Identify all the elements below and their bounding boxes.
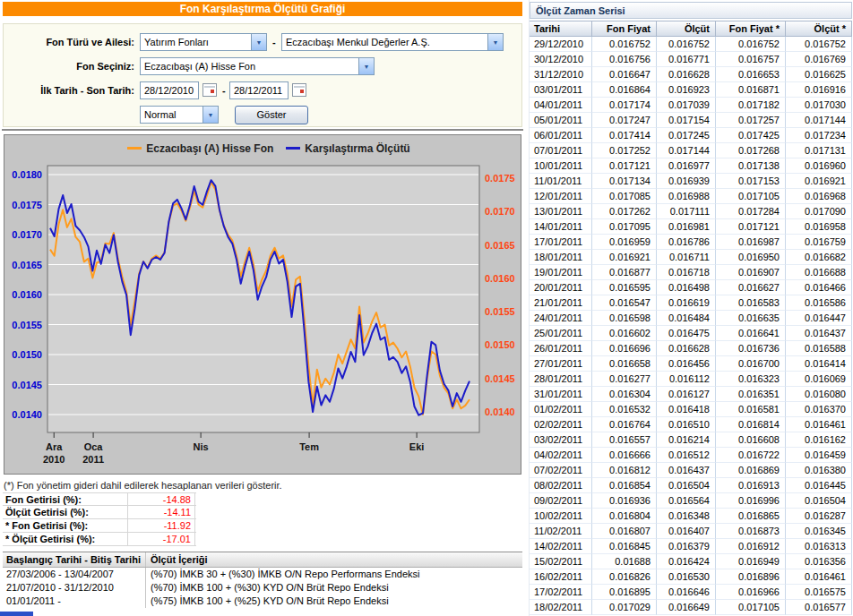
right-axis-tick: 0.0165 bbox=[485, 240, 515, 251]
return-value: -14.11 bbox=[128, 506, 195, 518]
table-cell: 0.017182 bbox=[716, 98, 786, 113]
table-row: 26/01/20110.0166960.0166280.0167360.0165… bbox=[530, 341, 852, 356]
left-axis-tick: 0.0140 bbox=[12, 409, 42, 420]
table-cell: 08/02/2011 bbox=[530, 478, 592, 493]
table-cell: 0.017257 bbox=[716, 113, 786, 128]
chevron-down-icon[interactable]: ▼ bbox=[202, 107, 218, 123]
fund-family-select[interactable]: Eczacıbaşı Menkul Değerler A.Ş. ▼ bbox=[281, 33, 504, 51]
right-axis-tick: 0.0160 bbox=[485, 273, 515, 284]
table-cell: 12/01/2011 bbox=[530, 189, 592, 204]
column-header-tarihi: Tarihi bbox=[530, 21, 592, 36]
table-cell: 14/01/2011 bbox=[530, 219, 592, 235]
table-cell: 26/01/2011 bbox=[530, 341, 592, 356]
benchmark-row-content: (%70) İMKB 30 + (%30) İMKB O/N Repo Perf… bbox=[146, 568, 522, 581]
table-row: 28/01/20110.0162770.0161120.0163230.0160… bbox=[530, 372, 852, 387]
table-cell: 05/01/2011 bbox=[530, 113, 592, 128]
table-cell: 0.016530 bbox=[657, 569, 716, 585]
table-cell: 25/01/2011 bbox=[530, 326, 592, 341]
table-cell: 27/01/2011 bbox=[530, 356, 592, 372]
fund-type-select[interactable]: Yatırım Fonları ▼ bbox=[140, 33, 267, 51]
table-cell: 0.016812 bbox=[592, 463, 657, 478]
column-header-olcut: Ölçüt bbox=[657, 21, 716, 36]
table-cell: 0.016069 bbox=[786, 372, 852, 387]
table-cell: 0.016379 bbox=[657, 539, 716, 554]
chevron-down-icon[interactable]: ▼ bbox=[251, 34, 266, 50]
table-cell: 0.016921 bbox=[786, 174, 852, 189]
table-cell: 03/02/2011 bbox=[530, 432, 592, 448]
end-date-input[interactable] bbox=[229, 81, 289, 99]
table-cell: 0.016771 bbox=[657, 52, 716, 67]
table-cell: 0.016907 bbox=[716, 265, 786, 280]
table-cell: 0.016895 bbox=[592, 585, 657, 600]
table-cell: 0.016959 bbox=[592, 235, 657, 250]
right-axis-tick: 0.0145 bbox=[485, 373, 515, 384]
benchmark-row-dates: 21/07/2010 - 31/12/2010 bbox=[3, 581, 146, 595]
table-cell: 0.017085 bbox=[592, 189, 657, 204]
return-value: -17.01 bbox=[128, 533, 195, 545]
table-cell: 0.016619 bbox=[657, 295, 716, 311]
benchmark-row-dates: 01/01/2011 - bbox=[3, 595, 146, 608]
table-cell: 0.016080 bbox=[786, 387, 852, 402]
table-cell: 0.016586 bbox=[786, 295, 852, 311]
x-axis-tick: Eki bbox=[409, 441, 425, 452]
table-cell: 20/01/2011 bbox=[530, 280, 592, 295]
table-cell: 0.016700 bbox=[716, 356, 786, 372]
table-cell: 0.016966 bbox=[716, 585, 786, 600]
start-date-input[interactable] bbox=[140, 81, 199, 99]
table-row: 30/12/20100.0167560.0167710.0167570.0167… bbox=[530, 52, 852, 67]
table-cell: 0.016532 bbox=[592, 402, 657, 417]
table-cell: 0.017121 bbox=[716, 219, 786, 235]
table-cell: 0.016666 bbox=[592, 448, 657, 463]
table-cell: 0.017174 bbox=[592, 98, 657, 113]
table-row: 31/01/20110.0163040.0161270.0163510.0160… bbox=[530, 387, 852, 402]
right-axis-tick: 0.0150 bbox=[485, 339, 515, 350]
table-cell: 0.016759 bbox=[786, 235, 852, 250]
comparison-chart: 0.01800.01750.01700.01650.01600.01550.01… bbox=[4, 134, 521, 475]
table-cell: 0.016510 bbox=[657, 417, 716, 432]
table-cell: 0.017284 bbox=[716, 204, 786, 219]
chevron-down-icon[interactable]: ▼ bbox=[358, 58, 374, 74]
table-cell: 0.016977 bbox=[657, 158, 716, 174]
table-cell: 14/02/2011 bbox=[530, 539, 592, 554]
table-cell: 0.016960 bbox=[786, 158, 852, 174]
calendar-icon[interactable] bbox=[292, 83, 306, 97]
table-cell: 0.017414 bbox=[592, 128, 657, 143]
table-cell: 07/02/2011 bbox=[530, 463, 592, 478]
table-cell: 0.016871 bbox=[716, 82, 786, 98]
x-axis-tick: Oca bbox=[84, 441, 104, 452]
table-row: 20/01/20110.0165950.0164980.0166270.0164… bbox=[530, 280, 852, 295]
table-cell: 04/02/2011 bbox=[530, 448, 592, 463]
show-button[interactable]: Göster bbox=[235, 106, 308, 124]
chevron-down-icon[interactable]: ▼ bbox=[487, 34, 503, 50]
page-title: Fon Karşılaştırma Ölçütü Grafiği bbox=[3, 2, 522, 16]
table-cell: 0.016696 bbox=[592, 341, 657, 356]
table-cell: 0.016923 bbox=[657, 82, 716, 98]
table-cell: 0.016756 bbox=[592, 52, 657, 67]
table-cell: 0.016987 bbox=[716, 235, 786, 250]
table-row: 11/02/20110.0168070.0164070.0168730.0163… bbox=[530, 524, 852, 539]
benchmark-header-dates: Başlangıç Tarihi - Bitiş Tarihi bbox=[3, 552, 146, 567]
table-cell: 0.016564 bbox=[657, 493, 716, 509]
x-axis-tick-year: 2010 bbox=[43, 454, 65, 465]
return-label: * Ölçüt Getirisi (%): bbox=[3, 533, 128, 545]
fund-family-value: Eczacıbaşı Menkul Değerler A.Ş. bbox=[282, 37, 487, 47]
left-panel: Fon Karşılaştırma Ölçütü Grafiği Fon Tür… bbox=[0, 0, 525, 616]
column-header-olcut-star: Ölçüt * bbox=[786, 21, 852, 36]
table-cell: 0.017154 bbox=[657, 113, 716, 128]
time-series-title: Ölçüt Zaman Serisi bbox=[530, 2, 852, 19]
fund-select-label: Fon Seçiniz: bbox=[4, 57, 134, 75]
right-axis-tick: 0.0175 bbox=[485, 173, 515, 184]
left-axis-tick: 0.0155 bbox=[12, 320, 42, 330]
table-cell: 0.016437 bbox=[657, 463, 716, 478]
table-cell: 0.017144 bbox=[657, 143, 716, 158]
legend-dash-icon bbox=[286, 147, 300, 150]
fund-type-value: Yatırım Fonları bbox=[141, 37, 251, 47]
table-cell: 0.016625 bbox=[786, 67, 852, 82]
mode-select[interactable]: Normal ▼ bbox=[140, 106, 219, 124]
left-axis-tick: 0.0180 bbox=[12, 169, 42, 180]
table-cell: 0.016869 bbox=[716, 463, 786, 478]
table-cell: 0.016988 bbox=[657, 189, 716, 204]
fund-select[interactable]: Eczacıbaşı (A) Hisse Fon ▼ bbox=[140, 57, 375, 75]
table-cell: 0.017095 bbox=[592, 219, 657, 235]
calendar-icon[interactable] bbox=[202, 83, 217, 97]
